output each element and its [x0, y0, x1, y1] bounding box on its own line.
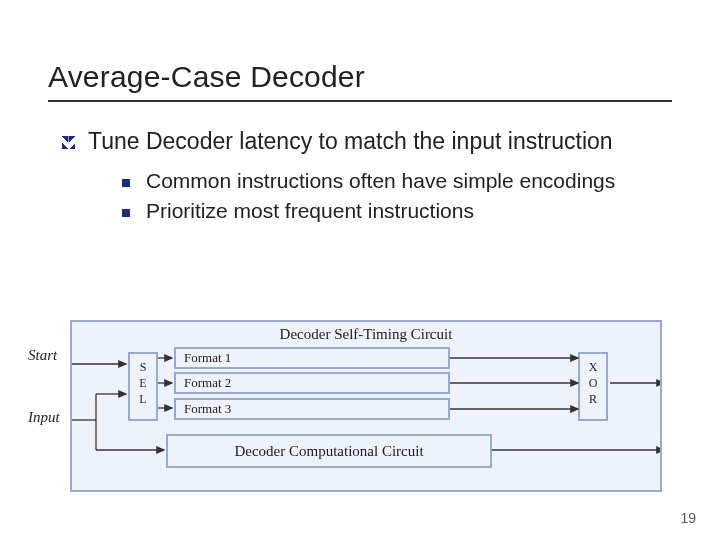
title-underline [48, 100, 672, 102]
bullet-lvl2-a: Common instructions often have simple en… [122, 169, 672, 193]
slide: Average-Case Decoder Tune Decoder latenc… [0, 0, 720, 540]
bullet-lvl1-text: Tune Decoder latency to match the input … [88, 128, 613, 154]
label-input: Input [28, 409, 60, 426]
sel-box: SEL [128, 352, 158, 421]
diagram-title: Decoder Self-Timing Circuit [72, 326, 660, 343]
computational-box: Decoder Computational Circuit [166, 434, 492, 468]
format-1-box: Format 1 [174, 347, 450, 369]
bullet-lvl1: Tune Decoder latency to match the input … [60, 128, 672, 223]
diagram-box: Decoder Self-Timing Circuit SEL XOR Form… [70, 320, 662, 492]
xor-box: XOR [578, 352, 608, 421]
format-2-box: Format 2 [174, 372, 450, 394]
format-3-box: Format 3 [174, 398, 450, 420]
page-number: 19 [680, 510, 696, 526]
label-start: Start [28, 347, 57, 364]
bullet-lvl2-b: Prioritize most frequent instructions [122, 199, 672, 223]
slide-body: Tune Decoder latency to match the input … [60, 128, 672, 223]
slide-title: Average-Case Decoder [48, 60, 672, 94]
